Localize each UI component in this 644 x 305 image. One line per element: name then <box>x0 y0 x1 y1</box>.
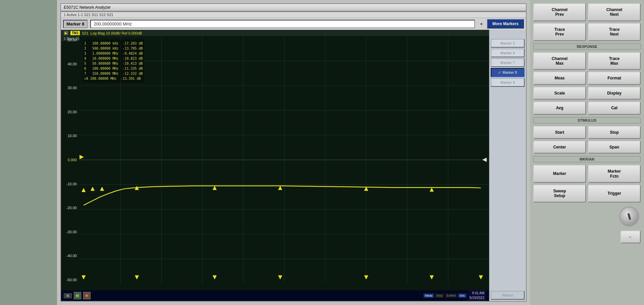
marker-row-4: 4 10.000000 MHz -10.023 dB <box>84 56 143 61</box>
svg-text:W: W <box>76 295 78 297</box>
taskbar-icon-1[interactable]: W <box>74 292 81 299</box>
menu-bar-text: 1 Active 1-1 S21 S11 S12 S21 <box>64 13 113 17</box>
back-button-area: ← <box>533 231 641 243</box>
marker-7-button[interactable]: Marker 7 <box>491 58 525 67</box>
response-buttons: ChannelMax TraceMax Meas Format Scale Di… <box>533 52 641 115</box>
content-area: ▶ TM1 S21 Log Mag 10.00dB/ Ref 0.000dB 5… <box>61 30 526 301</box>
marker-9-button[interactable]: Marker 9 <box>491 78 525 87</box>
marker-row-5: 5 50.000000 MHz -10.413 dB <box>84 61 143 66</box>
channel-trace-buttons: ChannelPrev ChannelNext TracePrev TraceN… <box>533 3 641 41</box>
status-svc: Svc <box>458 294 466 298</box>
y-label-ref: 0.000 <box>62 158 78 162</box>
svg-marker-19 <box>82 188 86 192</box>
y-label-6: -20.00 <box>62 206 78 210</box>
svg-marker-28 <box>135 275 139 279</box>
trace-channel: ▶ <box>64 31 68 35</box>
cal-button[interactable]: Cal <box>588 102 641 114</box>
y-label-2: 30.00 <box>62 86 78 90</box>
y-label-0: 50.00 <box>62 38 78 42</box>
return-button[interactable]: Return <box>491 291 525 300</box>
svg-marker-27 <box>82 275 86 279</box>
y-label-1: 40.00 <box>62 62 78 66</box>
marker-data-table: 1 100.00000 kHz -17.203 dB 2 500.00000 k… <box>83 40 144 82</box>
marker-button[interactable]: Marker <box>533 165 586 183</box>
marker-fctn-button[interactable]: MarkerFctn <box>588 165 641 183</box>
left-panel <box>0 0 57 305</box>
knob-area <box>533 205 641 228</box>
menu-bar: 1 Active 1-1 S21 S11 S12 S21 <box>61 12 526 18</box>
marker-label: Marker 8 <box>63 20 88 28</box>
window-title: E5071C Network Analyzer <box>64 5 111 10</box>
span-button[interactable]: Span <box>588 141 641 154</box>
meas-button[interactable]: Meas <box>533 72 586 84</box>
response-section-label: RESPONSE <box>533 44 641 50</box>
marker-row-1: 1 100.00000 kHz -17.203 dB <box>84 41 143 46</box>
status-extref: ExtRef <box>445 294 457 298</box>
marker-row-6: 6 100.00000 MHz -11.335 dB <box>84 66 143 71</box>
marker-5-button[interactable]: Marker 5 <box>491 39 525 48</box>
trace-scale-info: Log Mag 10.00dB/ Ref 0.000dB <box>91 31 142 35</box>
y-label-9: -50.00 <box>62 278 78 282</box>
chart-wrapper: 50.00 40.00 30.00 20.00 10.00 0.000 -10.… <box>61 36 489 290</box>
marker-row-3: 3 1.0000000 MHz -9.4824 dB <box>84 51 143 56</box>
frequency-display[interactable]: 200.00000000 MHz <box>90 20 475 28</box>
marker-row-8: >8 200.00000 MHz -13.391 dB <box>84 76 143 81</box>
stimulus-buttons: Start Stop Center Span <box>533 126 641 154</box>
svg-marker-26 <box>430 187 434 191</box>
chart-header: ▶ TM1 S21 Log Mag 10.00dB/ Ref 0.000dB <box>61 30 489 36</box>
taskbar-right: Meas Stop ExtRef Svc 9:41 AM5/19/2022 <box>424 290 486 301</box>
svg-marker-20 <box>91 187 95 191</box>
channel-next-button[interactable]: ChannelNext <box>588 3 641 21</box>
svg-text:▶: ▶ <box>79 153 84 160</box>
center-button[interactable]: Center <box>533 141 586 154</box>
svg-marker-33 <box>479 275 483 279</box>
trace-max-button[interactable]: TraceMax <box>588 52 641 70</box>
y-label-4: 10.00 <box>62 134 78 138</box>
taskbar-icon-2[interactable]: R <box>83 292 91 299</box>
svg-marker-24 <box>278 186 282 190</box>
svg-marker-29 <box>213 275 217 279</box>
chart-section: ▶ TM1 S21 Log Mag 10.00dB/ Ref 0.000dB 5… <box>61 30 489 301</box>
svg-marker-23 <box>213 186 217 190</box>
bottom-status-bar: ⌘ W R Meas Stop ExtRef Svc 9:41 AM5/19/2… <box>61 290 489 301</box>
rotary-knob[interactable] <box>619 206 639 227</box>
trace-next-button[interactable]: TraceNext <box>588 23 641 41</box>
mkr-section-label: MKR/AN <box>533 156 641 162</box>
display-button[interactable]: Display <box>588 87 641 100</box>
trace-channel-label: TM1 <box>70 31 80 35</box>
sweep-setup-button[interactable]: SweepSetup <box>533 185 586 202</box>
start-button[interactable]: ⌘ <box>64 293 72 298</box>
format-button[interactable]: Format <box>588 72 641 84</box>
marker-row-7: 7 150.00000 MHz -12.332 dB <box>84 71 143 76</box>
y-label-3: 20.00 <box>62 110 78 114</box>
start-button[interactable]: Start <box>533 126 586 139</box>
svg-marker-32 <box>430 275 434 279</box>
trace-prev-button[interactable]: TracePrev <box>533 23 586 41</box>
channel-prev-button[interactable]: ChannelPrev <box>533 3 586 21</box>
more-markers-button[interactable]: More Markers <box>487 19 524 28</box>
clock: 9:41 AM5/19/2022 <box>468 290 487 301</box>
y-axis: 50.00 40.00 30.00 20.00 10.00 0.000 -10.… <box>61 36 79 284</box>
svg-marker-30 <box>278 275 282 279</box>
analyzer-window: 1 Active 1-1 S21 S11 S12 S21 Marker 8 20… <box>60 11 527 302</box>
avg-button[interactable]: Avg <box>533 102 586 114</box>
scale-button[interactable]: Scale <box>533 87 586 100</box>
stimulus-section-label: STIMULUS <box>533 117 641 123</box>
marker-row-2: 2 500.00000 kHz -13.785 dB <box>84 46 143 51</box>
sidebar-panel: Marker 5 Marker 6 Marker 7 ✓Marker 8 Mar… <box>489 30 526 301</box>
stop-button[interactable]: Stop <box>588 126 641 139</box>
status-meas: Meas <box>424 294 434 298</box>
trigger-button[interactable]: Trigger <box>588 185 641 202</box>
window-title-bar: E5071C Network Analyzer <box>60 3 527 11</box>
svg-text:R: R <box>86 295 88 297</box>
grid-area: ▶ <box>79 36 489 284</box>
screen-area: E5071C Network Analyzer 1 Active 1-1 S21… <box>57 0 530 305</box>
marker-6-button[interactable]: Marker 6 <box>491 49 525 57</box>
marker-8-button[interactable]: ✓Marker 8 <box>491 68 525 77</box>
right-panel: ChannelPrev ChannelNext TracePrev TraceN… <box>530 0 644 305</box>
svg-text:◄: ◄ <box>481 155 488 164</box>
y-label-5: -10.00 <box>62 182 78 186</box>
back-button[interactable]: ← <box>621 231 641 243</box>
svg-marker-21 <box>100 187 104 191</box>
channel-max-button[interactable]: ChannelMax <box>533 52 586 70</box>
